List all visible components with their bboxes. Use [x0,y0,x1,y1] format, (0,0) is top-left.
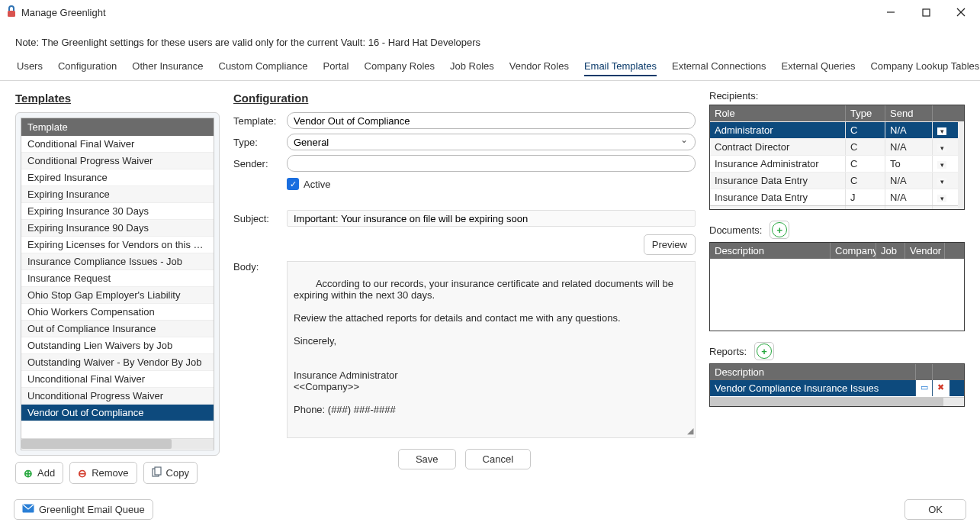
recipients-vscrollbar[interactable] [958,121,964,209]
template-row[interactable]: Expiring Insurance 30 Days [21,203,214,220]
tab-other-insurance[interactable]: Other Insurance [132,59,203,76]
minimize-button[interactable] [873,2,908,23]
template-name-input[interactable] [287,112,696,129]
recipient-row[interactable]: AdministratorCN/A▾ [710,121,964,138]
save-button[interactable]: Save [398,449,456,469]
recipients-label: Recipients: [709,90,965,102]
recipient-row[interactable]: Insurance AdministratorCTo▾ [710,155,964,172]
add-document-button[interactable]: + [770,221,789,239]
template-row[interactable]: Conditional Progress Waiver [21,153,214,169]
recipient-row[interactable]: Insurance ReviewerVN/A▾ [710,205,964,209]
recip-col-blank [933,105,951,121]
documents-body[interactable] [710,259,964,331]
template-row[interactable]: Expired Insurance [21,169,214,186]
tab-email-templates[interactable]: Email Templates [584,59,657,76]
documents-label: Documents: [709,224,762,236]
resize-handle-icon[interactable]: ◢ [687,426,693,436]
template-row[interactable]: Ohio Workers Compensation [21,304,214,321]
mail-icon [22,504,34,515]
report-delete-icon[interactable]: ✖ [933,380,949,396]
queue-label: Greenlight Email Queue [39,504,145,515]
copy-template-button[interactable]: Copy [143,462,198,484]
tab-company-roles[interactable]: Company Roles [365,59,435,76]
body-textarea[interactable]: According to our records, your insurance… [287,261,696,438]
recipient-row[interactable]: Insurance Data EntryJN/A▾ [710,189,964,205]
doc-col-job[interactable]: Job [876,243,905,259]
template-row[interactable]: Expiring Insurance [21,186,214,203]
template-row[interactable]: Outstanding Lien Waivers by Job [21,337,214,354]
ok-button[interactable]: OK [904,499,966,520]
template-row[interactable]: Out of Compliance Insurance [21,321,214,337]
send-dropdown-icon[interactable]: ▾ [937,195,946,202]
save-label: Save [416,453,439,465]
rep-col-b [933,364,949,380]
reports-hscrollbar[interactable] [710,397,964,406]
tab-users[interactable]: Users [17,59,43,76]
remove-template-button[interactable]: ⊖ Remove [69,462,137,484]
rep-col-desc[interactable]: Description [710,364,916,380]
tab-configuration[interactable]: Configuration [58,59,117,76]
recip-col-send[interactable]: Send [885,105,933,121]
tab-portal[interactable]: Portal [323,59,349,76]
tab-external-queries[interactable]: External Queries [782,59,856,76]
recipient-row[interactable]: Insurance Data EntryCN/A▾ [710,172,964,189]
recip-col-role[interactable]: Role [710,105,846,121]
configuration-heading: Configuration [233,92,696,105]
template-row[interactable]: Unconditional Progress Waiver [21,388,214,405]
template-row[interactable]: Expiring Insurance 90 Days [21,220,214,237]
template-row[interactable]: Ohio Stop Gap Employer's Liability [21,287,214,304]
tab-company-lookup-tables[interactable]: Company Lookup Tables [870,59,979,76]
plus-icon: + [772,222,787,237]
doc-col-company[interactable]: Company [831,243,876,259]
tab-custom-compliance[interactable]: Custom Compliance [219,59,308,76]
doc-col-vendor[interactable]: Vendor [905,243,945,259]
window-title: Manage Greenlight [21,7,106,18]
active-checkbox[interactable]: ✓ Active [287,178,696,190]
cancel-label: Cancel [483,453,513,465]
preview-button[interactable]: Preview [644,234,696,255]
tab-vendor-roles[interactable]: Vendor Roles [509,59,569,76]
cancel-button[interactable]: Cancel [465,449,531,469]
send-dropdown-icon[interactable]: ▾ [937,127,946,135]
template-row[interactable]: Insurance Compliance Issues - Job [21,253,214,270]
report-row[interactable]: Vendor Compliance Insurance Issues ▭ ✖ [710,380,964,396]
template-row[interactable]: Expiring Licenses for Vendors on this Jo… [21,237,214,253]
close-button[interactable] [943,2,978,23]
templates-list-header[interactable]: Template [21,118,214,136]
add-label: Add [37,467,55,479]
maximize-button[interactable] [908,2,943,23]
reports-grid: Description Vendor Compliance Insurance … [709,363,965,407]
remove-icon: ⊖ [78,467,87,479]
sender-input[interactable] [287,155,696,172]
type-select[interactable] [287,134,696,150]
send-dropdown-icon[interactable]: ▾ [937,161,946,169]
templates-heading: Templates [15,92,220,105]
send-dropdown-icon[interactable]: ▾ [937,178,946,185]
templates-list[interactable]: Conditional Final WaiverConditional Prog… [21,136,214,438]
plus-icon: ⊕ [24,467,33,479]
titlebar: Manage Greenlight [0,0,980,24]
add-report-button[interactable]: + [754,342,774,360]
doc-col-desc[interactable]: Description [710,243,831,259]
template-row[interactable]: Insurance Request [21,270,214,287]
greenlight-email-queue-button[interactable]: Greenlight Email Queue [14,499,153,520]
template-row[interactable]: Vendor Out of Compliance [21,405,214,421]
sender-label: Sender: [233,158,287,169]
add-template-button[interactable]: ⊕ Add [15,462,63,484]
recipient-row[interactable]: Contract DirectorCN/A▾ [710,138,964,155]
tabstrip: UsersConfigurationOther InsuranceCustom … [0,59,980,81]
app-lock-icon [6,5,17,20]
send-dropdown-icon[interactable]: ▾ [937,144,946,152]
templates-hscrollbar[interactable] [21,438,214,449]
report-view-icon[interactable]: ▭ [916,380,933,396]
template-label: Template: [233,115,287,127]
template-row[interactable]: Unconditional Final Waiver [21,371,214,388]
subject-input[interactable] [287,210,696,227]
tab-external-connections[interactable]: External Connections [672,59,766,76]
recip-col-type[interactable]: Type [846,105,885,121]
svg-rect-2 [923,9,930,16]
template-row[interactable]: Conditional Final Waiver [21,136,214,153]
vault-note: Note: The Greenlight settings for these … [0,24,980,59]
template-row[interactable]: Outstanding Waiver - By Vendor By Job [21,354,214,371]
tab-job-roles[interactable]: Job Roles [450,59,494,76]
